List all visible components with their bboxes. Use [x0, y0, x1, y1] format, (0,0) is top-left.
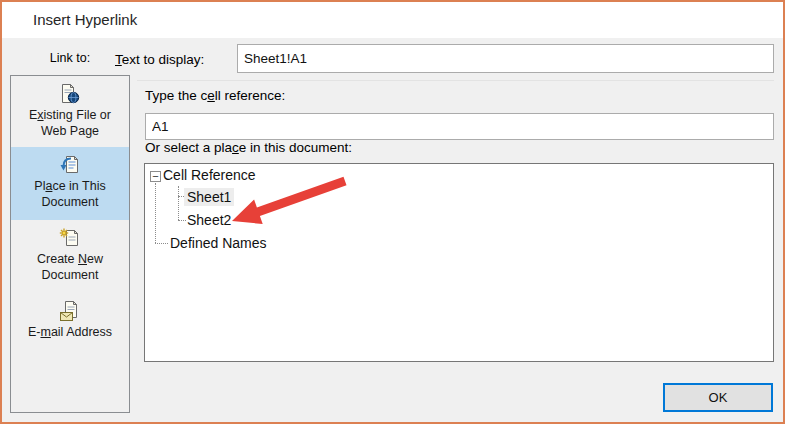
tree-collapse-icon[interactable]: −: [150, 171, 161, 182]
select-place-label: Or select a place in this document:: [145, 140, 352, 155]
sidebar-item-label-line2: Document: [42, 267, 99, 283]
tree-node-sheet2[interactable]: Sheet2: [187, 212, 231, 228]
sidebar-item-label-line2: Document: [42, 194, 99, 210]
sidebar-item-label-line1: E-mail Address: [28, 324, 112, 340]
sidebar-item-email-address[interactable]: E-mail Address: [11, 293, 129, 366]
tree-node-defined-names[interactable]: Defined Names: [170, 235, 267, 251]
document-place-tree: − Cell Reference Sheet1 Sheet2 Defined N…: [144, 163, 774, 362]
dialog-title: Insert Hyperlink: [33, 11, 137, 28]
tree-guide-line: [178, 186, 179, 220]
email-address-icon: [59, 300, 81, 322]
text-to-display-input[interactable]: [237, 44, 774, 73]
sidebar-item-label-line1: Create New: [37, 251, 103, 267]
sidebar-item-create-new-document[interactable]: Create New Document: [11, 220, 129, 293]
cell-reference-label: Type the cell reference:: [145, 88, 285, 103]
place-in-this-document-icon: [59, 154, 81, 176]
create-new-document-icon: [59, 227, 81, 249]
sidebar-item-label-line1: Place in This: [34, 178, 105, 194]
sidebar-item-existing-file-or-web-page[interactable]: Existing File or Web Page: [11, 76, 129, 147]
cell-reference-input[interactable]: [145, 113, 774, 140]
text-to-display-label: Text to display:: [115, 52, 204, 67]
sidebar-item-label-line2: Web Page: [41, 123, 99, 139]
title-bar[interactable]: Insert Hyperlink: [2, 2, 783, 38]
section-divider: [137, 80, 774, 81]
sidebar-item-label-line1: Existing File or: [29, 107, 111, 123]
existing-file-web-page-icon: [59, 83, 81, 105]
link-to-category-bar: Existing File or Web Page Place in This: [10, 75, 130, 413]
tree-guide-line: [155, 183, 156, 243]
screenshot: Insert Hyperlink Link to: Existing File …: [0, 0, 785, 424]
tree-node-cell-reference[interactable]: Cell Reference: [163, 167, 256, 183]
tree-node-sheet1[interactable]: Sheet1: [184, 188, 234, 206]
tree-guide-line: [155, 243, 168, 244]
link-to-label: Link to:: [10, 51, 130, 65]
insert-hyperlink-dialog: Insert Hyperlink Link to: Existing File …: [0, 0, 785, 424]
ok-button[interactable]: OK: [663, 383, 773, 412]
tree-guide-line: [178, 220, 186, 221]
sidebar-item-place-in-this-document[interactable]: Place in This Document: [11, 147, 129, 220]
